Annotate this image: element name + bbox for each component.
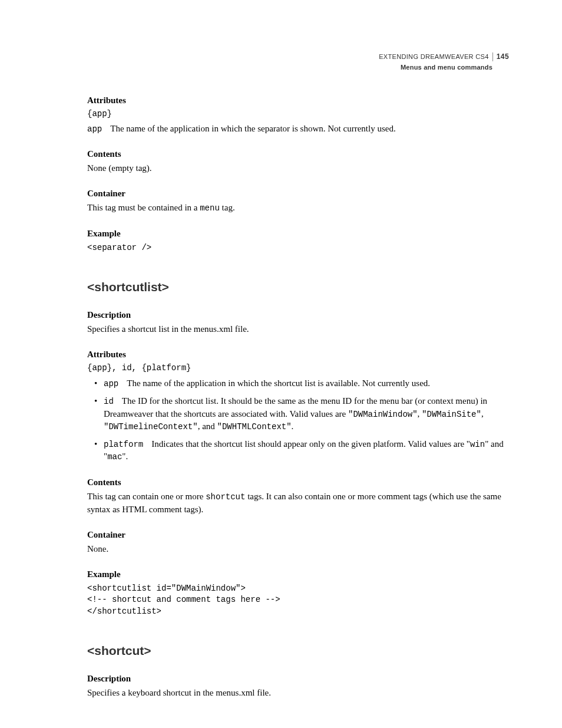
heading-example-2: Example: [87, 568, 509, 581]
list-item: idThe ID for the shortcut list. It shoul…: [94, 395, 509, 433]
contents-text-2: This tag can contain one or more shortcu…: [87, 490, 509, 516]
description-text: Specifies a shortcut list in the menus.x…: [87, 323, 509, 335]
example-code-separator: <separator />: [87, 242, 509, 254]
header-page-number: 145: [497, 52, 509, 62]
attr-name-app: app: [104, 379, 118, 388]
attr-name-app: app: [87, 124, 102, 134]
heading-contents-2: Contents: [87, 476, 509, 489]
heading-shortcut: <shortcut>: [87, 642, 509, 659]
heading-example: Example: [87, 228, 509, 240]
container-text-2: None.: [87, 543, 509, 555]
heading-description: Description: [87, 309, 509, 321]
list-item: platformIndicates that the shortcut list…: [94, 438, 509, 463]
attributes-signature: {app}: [87, 108, 509, 120]
attr-name-platform: platform: [104, 440, 143, 449]
attr-app-definition: appThe name of the application in which …: [87, 123, 509, 136]
list-item: appThe name of the application in which …: [94, 377, 509, 390]
header-book-title: EXTENDING DREAMWEAVER CS4: [379, 52, 493, 61]
page-container: EXTENDING DREAMWEAVER CS4 145 Menus and …: [0, 0, 562, 728]
attributes-signature-2: {app}, id, {platform}: [87, 363, 509, 374]
example-code-shortcutlist: <shortcutlist id="DWMainWindow"> <!-- sh…: [87, 583, 509, 618]
heading-attributes-2: Attributes: [87, 348, 509, 361]
page-content: Attributes {app} appThe name of the appl…: [87, 94, 509, 699]
heading-container: Container: [87, 187, 509, 200]
attr-name-id: id: [104, 397, 114, 406]
description-text-3: Specifies a keyboard shortcut in the men…: [87, 687, 509, 699]
container-text: This tag must be contained in a menu tag…: [87, 202, 509, 215]
heading-container-2: Container: [87, 529, 509, 541]
heading-shortcutlist: <shortcutlist>: [87, 278, 509, 295]
attribute-list: appThe name of the application in which …: [94, 377, 509, 463]
heading-description-3: Description: [87, 673, 509, 685]
attr-desc-app: The name of the application in which the…: [110, 124, 395, 133]
running-header: EXTENDING DREAMWEAVER CS4 145 Menus and …: [379, 52, 509, 72]
heading-contents: Contents: [87, 148, 509, 160]
header-chapter: Menus and menu commands: [379, 63, 509, 72]
heading-attributes: Attributes: [87, 94, 509, 107]
contents-text: None (empty tag).: [87, 162, 509, 174]
